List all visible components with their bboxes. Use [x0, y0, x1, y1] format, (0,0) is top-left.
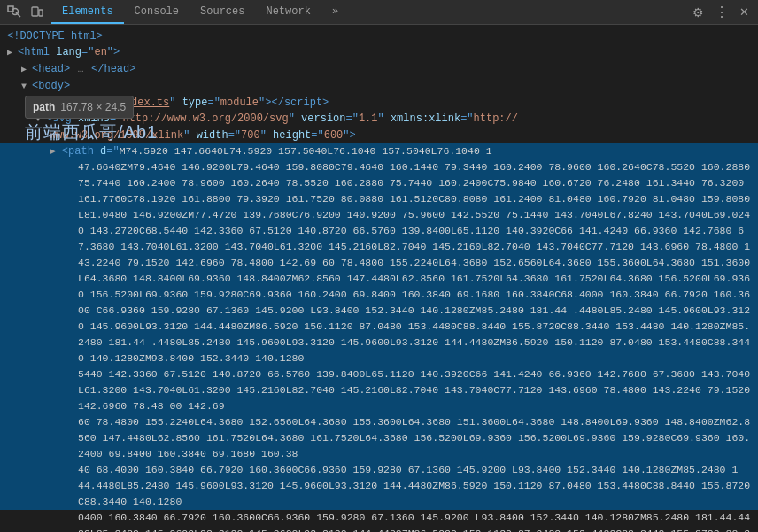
device-toggle-button[interactable] — [27, 2, 48, 23]
more-options-button[interactable]: ⋮ — [710, 2, 731, 23]
main-panel: path 167.78 × 24.5 前端西瓜哥/Ab1 <!DOCTYPE h… — [0, 25, 758, 532]
tab-network[interactable]: Network — [255, 0, 321, 24]
path-data-line2: 5440 142.3360 67.5120 140.8720 66.5760 1… — [0, 366, 758, 414]
html-open-line: ▶ <html lang="en"> — [0, 44, 758, 61]
svg-rect-3 — [32, 7, 38, 16]
elements-panel[interactable]: path 167.78 × 24.5 前端西瓜哥/Ab1 <!DOCTYPE h… — [0, 25, 758, 532]
path-data-block: 47.6640ZM79.4640 146.9200L79.4640 159.80… — [0, 159, 758, 366]
tab-more[interactable]: » — [321, 0, 349, 24]
path-data-line4: 40 68.4000 160.3840 66.7920 160.3600C66.… — [0, 462, 758, 478]
devtools-tabs: Elements Console Sources Network » — [51, 0, 349, 24]
element-tooltip: path 167.78 × 24.5 — [25, 96, 134, 119]
toolbar-right-icons: ⚙ ⋮ ✕ — [687, 2, 754, 23]
svg-open-line-cont: www.w3.org/1999/xlink" width="700" heigh… — [0, 127, 758, 143]
devtools-toolbar: Elements Console Sources Network » ⚙ ⋮ ✕ — [0, 0, 758, 25]
svg-rect-4 — [39, 10, 43, 16]
head-line: ▶ <head> … </head> — [0, 61, 758, 78]
tab-elements[interactable]: Elements — [51, 0, 124, 24]
path-data-line3: 60 78.4800 155.2240L64.3680 152.6560L64.… — [0, 414, 758, 462]
tab-sources[interactable]: Sources — [190, 0, 255, 24]
path-line-selected[interactable]: ▶ <path d="M74.5920 147.6640L74.5920 157… — [0, 143, 758, 159]
tab-console[interactable]: Console — [124, 0, 190, 24]
close-devtools-button[interactable]: ✕ — [733, 2, 754, 23]
path-data-line5: 44.4480L85.2480 145.9600L93.3120 145.960… — [0, 478, 758, 510]
body-open-line: ▼ <body> — [0, 78, 758, 95]
inspect-element-button[interactable] — [4, 2, 25, 23]
settings-button[interactable]: ⚙ — [687, 2, 708, 23]
path-data-line6: 0400 160.3840 66.7920 160.3600C66.9360 1… — [0, 510, 758, 532]
toolbar-left-icons — [4, 2, 48, 23]
doctype-line: <!DOCTYPE html> — [0, 28, 758, 44]
